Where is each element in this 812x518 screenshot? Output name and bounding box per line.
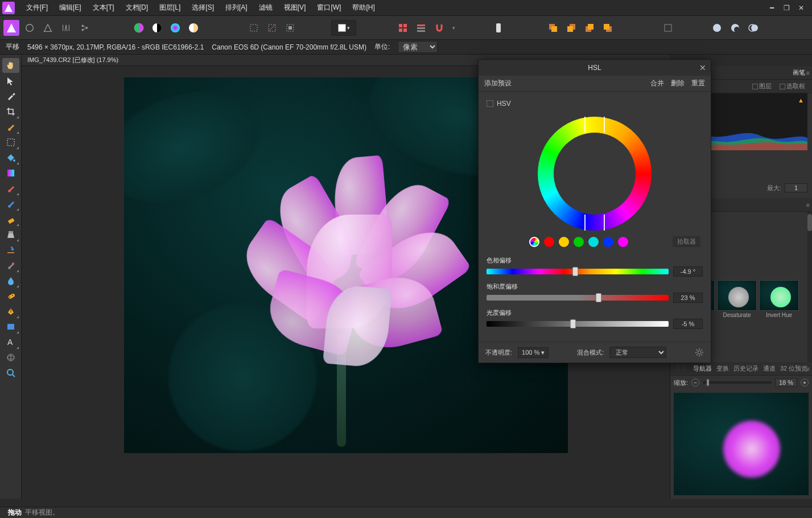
patch-tool[interactable] — [2, 289, 19, 303]
auto-contrast-icon[interactable] — [149, 20, 165, 36]
rectangle-tool[interactable] — [2, 319, 19, 334]
pen-tool[interactable] — [2, 304, 19, 319]
nav-tab[interactable]: 导航器 — [693, 364, 712, 373]
nav-tab[interactable]: 通道 — [763, 364, 776, 373]
hue-slider[interactable] — [487, 269, 669, 274]
document-tab[interactable]: IMG_7439.CR2 [已修改] (17.9%) — [22, 56, 124, 64]
dropdown-arrow-icon[interactable]: ▾ — [450, 20, 457, 36]
reset-button[interactable]: 重置 — [691, 79, 705, 88]
zoom-out-icon[interactable]: − — [691, 379, 699, 387]
menu-item[interactable]: 排列[A] — [220, 3, 253, 13]
auto-wb-icon[interactable] — [186, 20, 201, 36]
blur-tool[interactable] — [2, 273, 19, 288]
persona-export-icon[interactable] — [76, 20, 92, 36]
navigator-preview[interactable] — [674, 393, 809, 495]
color-swatch[interactable] — [588, 237, 599, 247]
auto-levels-icon[interactable] — [131, 20, 147, 36]
add-preset-button[interactable]: 添加预设 — [484, 79, 512, 88]
subtract-circle-icon[interactable] — [727, 20, 743, 36]
selection-none-icon[interactable] — [264, 20, 280, 36]
merge-button[interactable]: 合并 — [650, 79, 664, 88]
menu-item[interactable]: 文本[T] — [87, 3, 120, 13]
color-swatch[interactable] — [559, 237, 569, 247]
hand-tool[interactable] — [2, 58, 19, 73]
drag-handle-icon[interactable]: ⋮⋮ — [674, 365, 689, 372]
selection-invert-icon[interactable] — [282, 20, 298, 36]
color-swatch[interactable] — [603, 237, 613, 247]
quick-mask-toggle[interactable]: ▾ — [331, 20, 356, 36]
hue-value[interactable]: -4.9 ° — [673, 266, 703, 277]
blend-mode-select[interactable]: 正常 — [609, 347, 666, 358]
swatch-all[interactable] — [529, 237, 539, 247]
crop-transform-icon[interactable] — [660, 20, 676, 36]
nav-tab[interactable]: 32 位预览 — [780, 364, 807, 373]
persona-photo-icon[interactable] — [3, 20, 19, 36]
hsv-checkbox[interactable]: HSV — [487, 97, 703, 113]
nav-tab[interactable]: 变换 — [716, 364, 729, 373]
menu-item[interactable]: 窗口[W] — [311, 3, 347, 13]
unit-select[interactable]: 像素 — [398, 41, 438, 53]
menu-item[interactable]: 图层[L] — [154, 3, 186, 13]
hsl-color-wheel[interactable] — [538, 117, 652, 231]
arrange-forward-icon[interactable] — [563, 20, 579, 36]
text-tool[interactable]: A — [2, 335, 19, 350]
selection-brush-tool[interactable] — [2, 120, 19, 134]
menu-item[interactable]: 文档[D] — [120, 3, 154, 13]
intersect-circle-icon[interactable] — [745, 20, 761, 36]
arrange-back-icon[interactable] — [600, 20, 616, 36]
delete-button[interactable]: 删除 — [671, 79, 685, 88]
panel-menu-icon[interactable]: ≡ — [806, 69, 810, 76]
hsl-title-bar[interactable]: HSL ✕ — [479, 60, 711, 76]
luminosity-slider[interactable] — [487, 321, 669, 327]
paint-brush-tool[interactable] — [2, 181, 19, 196]
close-button[interactable]: ✕ — [797, 4, 805, 12]
opacity-value[interactable]: 100 % ▾ — [518, 347, 549, 358]
move-tool[interactable] — [2, 73, 19, 88]
add-circle-icon[interactable] — [709, 20, 725, 36]
tab-marquee[interactable]: 选取框 — [776, 82, 809, 91]
panel-menu-icon[interactable]: ≡ — [806, 202, 810, 208]
color-picker-tool[interactable] — [2, 89, 19, 104]
menu-item[interactable]: 文件[F] — [20, 3, 53, 13]
inpainting-tool[interactable] — [2, 242, 19, 257]
zoom-value[interactable]: 18 % — [775, 378, 797, 387]
erase-tool[interactable] — [2, 212, 19, 227]
grid-icon[interactable] — [395, 20, 411, 36]
menu-item[interactable]: 编辑[E] — [53, 3, 87, 13]
color-swatch[interactable] — [574, 237, 584, 247]
clone-tool[interactable] — [2, 227, 19, 242]
luminosity-value[interactable]: -5 % — [673, 319, 703, 329]
gradient-tool[interactable] — [2, 166, 19, 180]
assistant-icon[interactable] — [491, 20, 506, 36]
crop-tool[interactable] — [2, 104, 19, 119]
max-input[interactable] — [785, 183, 807, 192]
snap-magnet-icon[interactable] — [431, 20, 447, 36]
picker-button[interactable]: 拾取器 — [673, 236, 700, 247]
persona-liquify-icon[interactable] — [22, 20, 38, 36]
color-swatch[interactable] — [544, 237, 554, 247]
mesh-tool[interactable] — [2, 350, 19, 365]
minimize-button[interactable]: ━ — [768, 4, 776, 12]
preset-item[interactable]: Desaturate — [717, 280, 757, 320]
maximize-button[interactable]: ❐ — [782, 4, 790, 12]
nav-tab[interactable]: 历史记录 — [733, 364, 759, 373]
menu-item[interactable]: 选择[S] — [186, 3, 220, 13]
snap-list-icon[interactable] — [413, 20, 429, 36]
healing-tool[interactable] — [2, 258, 19, 273]
arrange-backward-icon[interactable] — [582, 20, 597, 36]
zoom-in-icon[interactable]: + — [801, 379, 809, 387]
pixel-brush-tool[interactable] — [2, 196, 19, 211]
preset-item[interactable]: Invert Hue — [759, 280, 799, 320]
panel-menu-icon[interactable]: ≡ — [806, 365, 810, 372]
zoom-slider[interactable] — [703, 381, 772, 384]
flood-fill-tool[interactable] — [2, 150, 19, 165]
menu-item[interactable]: 滤镜 — [253, 3, 278, 13]
gear-icon[interactable] — [695, 348, 704, 357]
auto-colors-icon[interactable] — [167, 20, 183, 36]
zoom-tool[interactable] — [2, 365, 19, 380]
menu-item[interactable]: 帮助[H] — [347, 3, 380, 13]
selection-rect-icon[interactable] — [246, 20, 262, 36]
saturation-value[interactable]: 23 % — [673, 293, 703, 303]
saturation-slider[interactable] — [487, 295, 669, 301]
color-swatch[interactable] — [618, 237, 628, 247]
